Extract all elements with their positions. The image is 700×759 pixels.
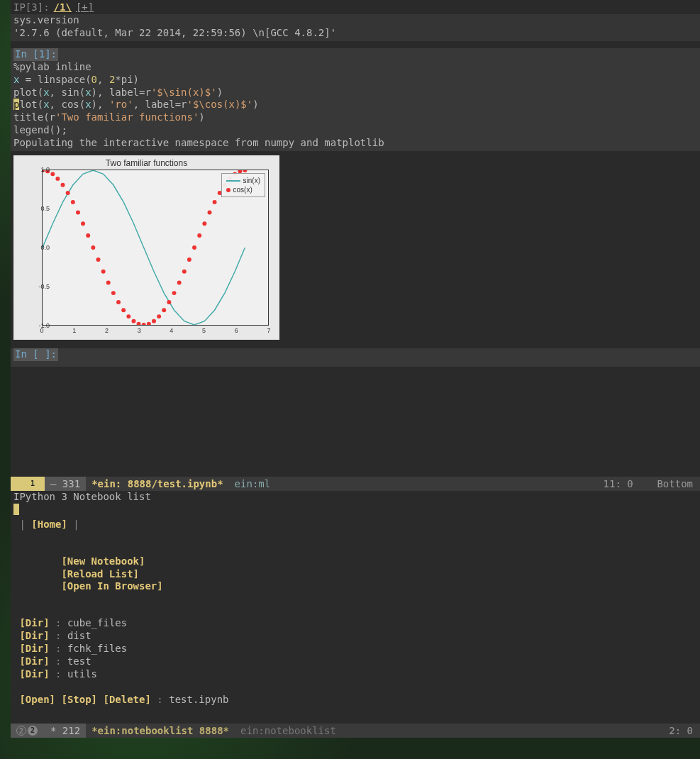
modeline-position: 2: 0 (663, 724, 700, 738)
y-tick: 0.0 (40, 244, 50, 251)
window-indicator: 2 1 (11, 477, 45, 491)
x-tick: 5 (202, 327, 206, 334)
modeline-buffer: *ein: 8888/test.ipynb* (86, 477, 228, 491)
dir-link[interactable]: [Dir] (19, 617, 49, 628)
stop-button[interactable]: [Stop] (61, 694, 97, 705)
svg-point-7 (76, 211, 80, 215)
dir-link[interactable]: [Dir] (19, 655, 49, 667)
code-line[interactable]: legend(); (13, 124, 697, 137)
svg-point-4 (61, 183, 65, 187)
svg-point-5 (66, 191, 70, 195)
modeline-upper: 2 1 — 331 *ein: 8888/test.ipynb* ein:ml … (11, 477, 700, 491)
modeline-git: * 212 (45, 724, 86, 738)
cell-1[interactable]: In [1]: %pylab inline x = linspace(0, 2*… (11, 48, 700, 151)
delete-button[interactable]: [Delete] (103, 694, 150, 705)
reload-list-button[interactable]: [Reload List] (61, 568, 139, 580)
plot-area: sin(x) cos(x) (42, 170, 269, 326)
text-cursor (13, 504, 19, 515)
home-link[interactable]: [Home] (31, 519, 67, 530)
y-tick: 1.0 (40, 166, 50, 173)
tab-add[interactable]: [+] (76, 1, 94, 13)
code-line[interactable]: plot(x, sin(x), label=r'$\sin(x)$') (13, 87, 697, 99)
dir-row: [Dir] : dist (13, 630, 697, 643)
notebook-pane[interactable]: IP[3]: /1\ [+] sys.version '2.7.6 (defau… (11, 0, 700, 477)
legend-line-icon (226, 180, 240, 182)
dir-name: cube_files (67, 617, 127, 628)
new-notebook-button[interactable]: [New Notebook] (61, 555, 145, 567)
x-tick: 2 (105, 327, 109, 334)
svg-point-2 (50, 172, 55, 176)
svg-point-12 (101, 270, 106, 274)
x-tick: 1 (72, 327, 76, 334)
svg-point-32 (202, 221, 206, 226)
y-tick: -0.5 (38, 283, 50, 290)
svg-point-10 (91, 245, 95, 250)
dir-link[interactable]: [Dir] (19, 630, 49, 641)
cell-prompt: In [ ]: (13, 348, 58, 361)
dir-row: [Dir] : test (13, 655, 697, 668)
tab-group: IP[3]: (13, 1, 50, 13)
code-line[interactable]: %pylab inline (13, 61, 697, 74)
chart-legend: sin(x) cos(x) (221, 173, 265, 197)
cell-2[interactable]: In [ ]: (11, 348, 700, 367)
svg-point-28 (182, 270, 187, 274)
legend-label: cos(x) (233, 186, 252, 194)
svg-point-22 (152, 319, 156, 323)
output-line: Populating the interactive namespace fro… (13, 137, 697, 150)
modeline-mode: ein:notebooklist (235, 724, 342, 738)
legend-label: sin(x) (243, 177, 260, 184)
y-tick: 0.5 (40, 205, 50, 212)
tab-active[interactable]: /1\ (54, 1, 72, 13)
svg-point-27 (177, 281, 182, 285)
win-num-icon: 1 (28, 479, 38, 489)
notebooklist-title: IPython 3 Notebook list (13, 491, 697, 504)
notebook-name: test.ipynb (169, 694, 228, 705)
win-num-icon: 2 (16, 479, 26, 489)
modeline-lower: 2 2 * 212 *ein:notebooklist 8888* ein:no… (11, 724, 700, 738)
win-num-icon: 2 (28, 726, 38, 736)
svg-point-16 (121, 308, 126, 312)
code-line[interactable]: x = linspace(0, 2*pi) (13, 74, 697, 87)
svg-point-31 (197, 233, 201, 238)
svg-point-3 (55, 177, 60, 181)
open-button[interactable]: [Open] (19, 694, 55, 705)
cell-0-output: sys.version '2.7.6 (default, Mar 22 2014… (11, 14, 700, 41)
dir-name: utils (67, 668, 97, 680)
modeline-buffer: *ein:notebooklist 8888* (86, 724, 235, 738)
svg-point-29 (187, 257, 191, 262)
win-num-icon: 2 (16, 726, 26, 736)
code-line[interactable]: plot(x, cos(x), 'ro', label=r'$\cos(x)$'… (13, 99, 697, 111)
cell-prompt: In [1]: (13, 48, 58, 61)
svg-point-23 (157, 314, 161, 318)
window-indicator: 2 2 (11, 724, 45, 738)
svg-point-25 (167, 300, 171, 304)
svg-point-15 (116, 300, 121, 304)
x-tick: 3 (138, 327, 141, 334)
chart-title: Two familiar functions (13, 158, 279, 168)
dir-link[interactable]: [Dir] (19, 668, 49, 680)
svg-point-20 (142, 323, 146, 325)
svg-point-14 (111, 291, 116, 295)
open-in-browser-button[interactable]: [Open In Browser] (61, 580, 162, 592)
svg-point-34 (213, 200, 217, 204)
dir-name: fchk_files (67, 643, 127, 654)
modeline-git: — 331 (45, 477, 86, 491)
svg-point-40 (243, 170, 247, 172)
modeline-mode: ein:ml (229, 477, 277, 491)
output-line: '2.7.6 (default, Mar 22 2014, 22:59:56) … (13, 27, 697, 40)
svg-point-33 (208, 211, 212, 215)
code-line[interactable]: title(r'Two familiar functions') (13, 111, 697, 124)
svg-point-18 (132, 319, 136, 323)
tab-bar: IP[3]: /1\ [+] (11, 0, 700, 14)
svg-point-17 (126, 314, 130, 318)
notebooklist-pane[interactable]: IPython 3 Notebook list | [Home] | [New … (11, 491, 700, 724)
action-row: [New Notebook] [Reload List] [Open In Br… (13, 543, 697, 606)
modeline-position: 11: 0 Bottom (598, 477, 700, 491)
svg-point-8 (81, 221, 85, 226)
dir-link[interactable]: [Dir] (19, 643, 49, 654)
x-tick: 4 (170, 327, 173, 334)
svg-point-26 (172, 291, 177, 295)
output-line: sys.version (13, 14, 697, 27)
dir-row: [Dir] : fchk_files (13, 643, 697, 655)
dir-row: [Dir] : cube_files (13, 617, 697, 630)
